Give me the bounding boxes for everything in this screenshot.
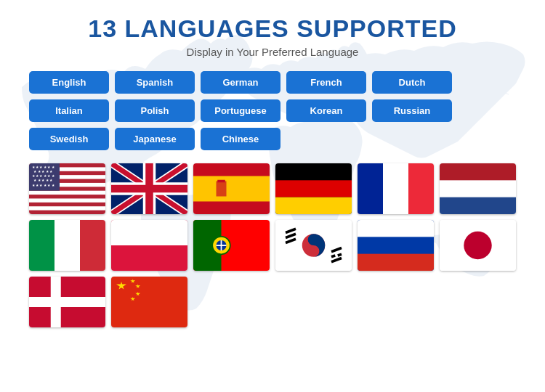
lang-tag-korean[interactable]: Korean [286, 99, 366, 122]
flag-portugal [193, 220, 270, 271]
lang-tag-swedish[interactable]: Swedish [29, 128, 109, 150]
svg-rect-23 [193, 176, 270, 202]
svg-point-59 [464, 232, 492, 260]
svg-rect-25 [217, 180, 225, 183]
language-tags-container: English Spanish German French Dutch Ital… [22, 71, 523, 150]
flag-russia [358, 220, 434, 271]
lang-tag-portuguese[interactable]: Portuguese [201, 99, 280, 122]
lang-tag-dutch[interactable]: Dutch [372, 71, 452, 94]
flag-korea [275, 220, 352, 271]
svg-text:★ ★ ★ ★ ★: ★ ★ ★ ★ ★ [33, 178, 53, 182]
svg-text:★ ★ ★ ★ ★ ★: ★ ★ ★ ★ ★ ★ [32, 165, 55, 169]
svg-rect-31 [358, 163, 383, 214]
flags-grid: ★ ★ ★ ★ ★ ★ ★ ★ ★ ★ ★ ★ ★ ★ ★ ★ ★ ★ ★ ★ … [22, 163, 523, 327]
svg-rect-62 [29, 297, 105, 307]
svg-rect-4 [29, 191, 105, 195]
flag-france [358, 163, 434, 214]
svg-rect-24 [217, 181, 227, 197]
lang-tag-japanese[interactable]: Japanese [115, 128, 195, 150]
flag-denmark [29, 277, 105, 327]
lang-tag-german[interactable]: German [201, 71, 280, 94]
svg-rect-27 [275, 180, 352, 197]
svg-rect-39 [111, 220, 187, 245]
svg-line-53 [338, 254, 342, 256]
svg-line-52 [331, 256, 335, 257]
svg-text:★ ★ ★ ★ ★ ★: ★ ★ ★ ★ ★ ★ [32, 173, 55, 178]
flag-germany [275, 163, 352, 214]
svg-rect-33 [440, 163, 516, 180]
flag-japan [440, 220, 516, 271]
lang-tag-english[interactable]: English [29, 71, 109, 94]
flag-usa: ★ ★ ★ ★ ★ ★ ★ ★ ★ ★ ★ ★ ★ ★ ★ ★ ★ ★ ★ ★ … [29, 163, 105, 214]
svg-rect-28 [275, 197, 352, 214]
svg-rect-37 [29, 220, 54, 271]
lang-tag-polish[interactable]: Polish [115, 99, 195, 122]
svg-rect-34 [440, 197, 516, 214]
flag-italy [29, 220, 105, 271]
lang-tag-russian[interactable]: Russian [372, 99, 452, 122]
flag-uk [111, 163, 187, 214]
lang-tag-french[interactable]: French [286, 71, 366, 94]
flag-poland [111, 220, 187, 271]
svg-rect-56 [358, 220, 434, 237]
svg-rect-5 [29, 198, 105, 202]
svg-rect-6 [29, 206, 105, 210]
svg-rect-57 [358, 254, 434, 271]
page-subtitle: Display in Your Preferred Language [22, 46, 523, 58]
flag-netherlands [440, 163, 516, 214]
lang-tag-italian[interactable]: Italian [29, 99, 109, 122]
svg-text:★ ★ ★ ★ ★ ★: ★ ★ ★ ★ ★ ★ [32, 183, 55, 187]
lang-tag-spanish[interactable]: Spanish [115, 71, 195, 94]
svg-text:★ ★ ★ ★ ★: ★ ★ ★ ★ ★ [33, 169, 53, 173]
page-title: 13 LANGUAGES SUPPORTED [22, 15, 523, 43]
lang-tag-chinese[interactable]: Chinese [201, 128, 280, 150]
flag-spain [193, 163, 270, 214]
flag-china [111, 277, 187, 327]
